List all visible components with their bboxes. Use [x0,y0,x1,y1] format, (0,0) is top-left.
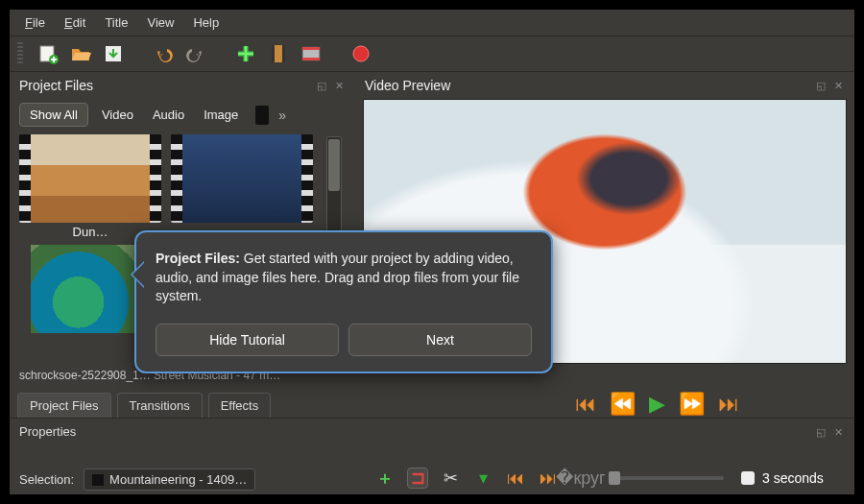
film-strip-icon[interactable] [267,42,290,65]
record-icon[interactable] [349,42,372,65]
properties-title: Properties [19,424,76,439]
tutorial-next-button[interactable]: Next [348,324,532,356]
timeline-toolbar: ＋ ⊐ ✂ ▾ ⏮ ⏭ �круг 3 seconds [374,468,845,489]
tab-project-files[interactable]: Project Files [17,393,111,418]
menu-view[interactable]: View [139,13,181,32]
svg-rect-4 [272,45,275,62]
panel-detach-icon[interactable]: ◱ [814,425,828,439]
selection-label: Selection: [19,472,74,487]
tab-effects[interactable]: Effects [208,393,272,418]
svg-rect-5 [282,45,285,62]
tab-transitions[interactable]: Transitions [117,393,203,418]
menu-help[interactable]: Help [185,13,227,32]
save-project-icon[interactable] [102,42,125,65]
fast-forward-icon[interactable]: ⏩ [679,392,705,417]
add-track-icon[interactable]: ＋ [374,468,396,489]
tutorial-heading: Project Files: [156,251,240,266]
panel-close-icon[interactable]: ✕ [332,79,346,92]
filter-divider-icon [255,106,269,125]
panel-detach-icon[interactable]: ◱ [814,79,828,92]
jump-end-icon[interactable]: ⏭ [718,392,739,417]
filter-video-tab[interactable]: Video [96,104,139,126]
rewind-icon[interactable]: ⏪ [610,392,636,417]
main-toolbar [10,36,854,72]
razor-icon[interactable]: ✂ [440,468,461,489]
prev-marker-icon[interactable]: ⏮ [505,468,526,489]
toolbar-grip-icon [17,42,23,65]
filter-show-all-button[interactable]: Show All [19,103,88,127]
clip-thumb-flute[interactable] [171,134,313,239]
timecode-toggle[interactable] [741,471,755,485]
screen-layout-icon[interactable] [300,42,323,65]
play-icon[interactable]: ▶ [649,392,665,417]
timecode-label: 3 seconds [762,470,824,486]
selection-combo[interactable]: Mountaineering - 1409… [84,468,255,491]
filter-image-tab[interactable]: Image [198,104,244,126]
open-project-icon[interactable] [69,42,92,65]
svg-rect-8 [302,58,320,60]
marker-add-icon[interactable]: ▾ [472,468,493,489]
zoom-slider[interactable] [609,476,724,480]
redo-icon[interactable] [184,42,207,65]
menu-title[interactable]: Title [97,13,135,32]
properties-header: Properties ◱✕ [10,418,854,441]
svg-rect-7 [302,47,320,50]
new-project-icon[interactable] [36,42,60,65]
center-playhead-icon[interactable]: �круг [570,468,591,489]
selection-value: Mountaineering - 1409… [109,472,247,487]
undo-icon[interactable] [152,42,175,65]
menu-bar: File Edit Title View Help [10,10,854,36]
playback-transport: ⏮ ⏪ ▶ ⏩ ⏭ [575,392,739,417]
jump-start-icon[interactable]: ⏮ [575,392,596,417]
panel-detach-icon[interactable]: ◱ [315,79,328,92]
panel-close-icon[interactable]: ✕ [831,425,845,439]
selection-row: Selection: Mountaineering - 1409… [19,468,255,491]
filter-more-icon[interactable]: » [278,108,286,123]
filter-audio-tab[interactable]: Audio [147,104,190,126]
menu-file[interactable]: File [17,13,53,32]
video-preview-title: Video Preview [365,78,450,93]
project-files-title: Project Files [19,78,93,93]
menu-edit[interactable]: Edit [57,13,93,32]
hide-tutorial-button[interactable]: Hide Tutorial [156,324,339,356]
project-filter-row: Show All Video Audio Image » [10,99,355,134]
tutorial-popup: Project Files: Get started with your pro… [134,230,553,373]
selection-swatch-icon [92,474,104,486]
clip-thumb-dune[interactable]: Dun… [19,134,161,239]
panel-close-icon[interactable]: ✕ [831,79,845,92]
import-files-icon[interactable] [234,42,257,65]
snap-icon[interactable]: ⊐ [407,468,428,489]
